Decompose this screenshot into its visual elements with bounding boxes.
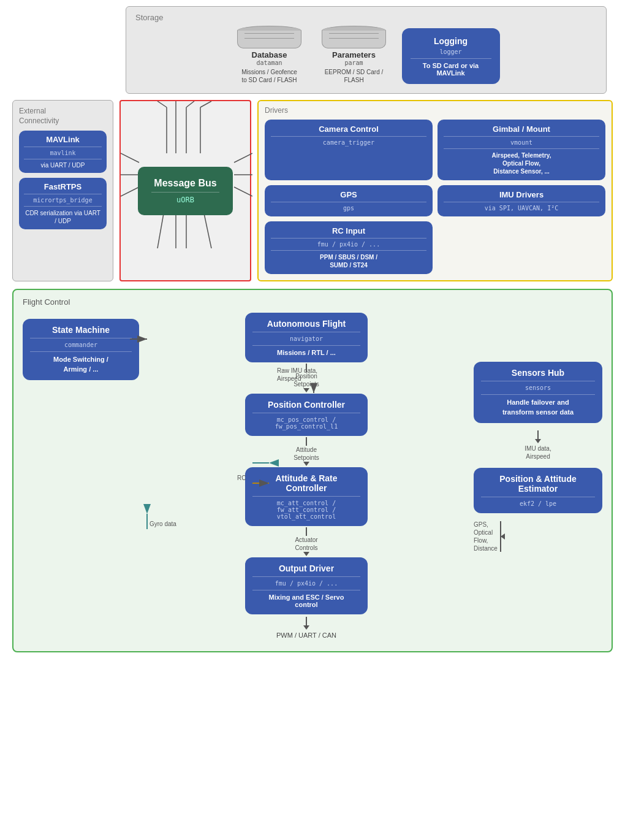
imu-drivers-box: IMU Drivers via SPI, UAVCAN, I²C — [438, 185, 605, 216]
output-driver-desc: Mixing and ESC / Servo control — [252, 594, 360, 608]
autonomous-flight-desc: Missions / RTL / ... — [252, 349, 360, 356]
mavlink-box: MAVLink mavlink via UART / UDP — [19, 131, 107, 173]
gps-box: GPS gps — [265, 185, 433, 216]
rc-input-desc: PPM / SBUS / DSM / SUMD / ST24 — [271, 253, 426, 269]
sensors-hub-box: Sensors Hub sensors Handle failover and … — [474, 362, 602, 423]
svg-line-15 — [234, 153, 252, 162]
output-driver-subtitle: fmu / px4io / ... — [252, 580, 360, 587]
logging-title: Logging — [411, 36, 491, 47]
pwm-label: PWM / UART / CAN — [276, 632, 336, 639]
drivers-label: Drivers — [265, 106, 605, 115]
autonomous-flight-title: Autonomous Flight — [252, 319, 360, 329]
fc-left-col: State Machine commander Mode Switching /… — [23, 313, 139, 380]
position-controller-title: Position Controller — [252, 400, 360, 410]
logging-subtitle: logger — [411, 48, 491, 55]
gimbal-title: Gimbal / Mount — [444, 124, 599, 134]
fastrtps-desc: CDR serialization via UART / UDP — [24, 209, 102, 225]
svg-line-12 — [121, 153, 139, 162]
parameters-title: Parameters — [332, 50, 376, 59]
autonomous-flight-subtitle: navigator — [252, 335, 360, 342]
gps-subtitle: gps — [271, 205, 426, 212]
state-machine-box: State Machine commander Mode Switching /… — [23, 319, 139, 380]
svg-line-17 — [234, 187, 252, 196]
message-bus-box: Message Bus uORB — [138, 167, 233, 215]
sensors-hub-desc: Handle failover and transform sensor dat… — [481, 398, 595, 417]
parameters-subtitle: param — [344, 59, 363, 66]
message-bus-subtitle: uORB — [151, 196, 219, 204]
message-bus-container: Message Bus uORB — [119, 100, 251, 281]
state-machine-subtitle: commander — [30, 342, 132, 348]
state-machine-desc: Mode Switching / Arming / ... — [30, 355, 132, 374]
gps-title: GPS — [271, 190, 426, 199]
autonomous-flight-box: Autonomous Flight navigator Missions / R… — [245, 313, 368, 362]
logging-desc: To SD Card or via MAVLink — [411, 62, 491, 77]
rc-input-box: RC Input fmu / px4io / ... PPM / SBUS / … — [265, 221, 433, 274]
fastrtps-subtitle: micrortps_bridge — [24, 197, 102, 204]
position-controller-box: Position Controller mc_pos_control / fw_… — [245, 394, 368, 436]
imu-subtitle: via SPI, UAVCAN, I²C — [444, 205, 599, 212]
database-desc: Missions / Geofence to SD Card / FLASH — [241, 68, 297, 84]
position-setpoints-label: Position Setpoints — [294, 372, 319, 388]
state-machine-title: State Machine — [30, 325, 132, 335]
mavlink-title: MAVLink — [24, 135, 102, 144]
position-attitude-subtitle: ekf2 / lpe — [481, 500, 595, 507]
gimbal-subtitle: vmount — [444, 139, 599, 146]
attitude-rate-title: Attitude & Rate Controller — [252, 473, 360, 493]
rc-input-title: RC Input — [271, 226, 426, 235]
position-attitude-estimator-box: Position & Attitude Estimator ekf2 / lpe — [474, 468, 602, 513]
parameters-desc: EEPROM / SD Card / FLASH — [325, 68, 384, 84]
ext-connectivity-section: External Connectivity MAVLink mavlink vi… — [12, 100, 113, 281]
sensors-hub-title: Sensors Hub — [481, 368, 595, 378]
database-subtitle: dataman — [256, 59, 282, 66]
camera-control-box: Camera Control camera_trigger — [265, 120, 433, 180]
fc-right-col: Sensors Hub sensors Handle failover and … — [474, 313, 602, 552]
database-cylinder: Database dataman Missions / Geofence to … — [233, 26, 306, 84]
gps-optical-label: GPS, Optical Flow, Distance — [474, 521, 498, 552]
storage-section: Storage Database dataman Missions / Geof… — [126, 6, 607, 94]
parameters-cylinder: Parameters param EEPROM / SD Card / FLAS… — [317, 26, 391, 84]
output-driver-box: Output Driver fmu / px4io / ... Mixing a… — [245, 557, 368, 614]
position-controller-subtitle: mc_pos_control / fw_pos_control_l1 — [252, 416, 360, 430]
ext-conn-label: External Connectivity — [19, 107, 107, 126]
logging-box: Logging logger To SD Card or via MAVLink — [402, 28, 500, 84]
storage-label: Storage — [135, 13, 597, 22]
imu-title: IMU Drivers — [444, 190, 599, 199]
imu-airspeed2-label: IMU data, Airspeed — [525, 445, 551, 460]
fc-center-col: Autonomous Flight navigator Missions / R… — [146, 313, 466, 639]
actuator-controls-label: Actuator Controls — [295, 536, 317, 552]
attitude-setpoints-label: Attitude Setpoints — [294, 446, 319, 462]
svg-line-14 — [121, 187, 139, 196]
attitude-rate-controller-box: Attitude & Rate Controller mc_att_contro… — [245, 467, 368, 526]
camera-control-subtitle: camera_trigger — [271, 139, 426, 146]
drivers-section: Drivers Camera Control camera_trigger Gi… — [257, 100, 613, 281]
svg-line-2 — [186, 101, 194, 107]
database-title: Database — [252, 50, 287, 59]
flight-control-label: Flight Control — [23, 297, 602, 307]
svg-line-0 — [157, 101, 167, 107]
message-bus-title: Message Bus — [151, 178, 219, 189]
gimbal-box: Gimbal / Mount vmount Airspeed, Telemetr… — [438, 120, 605, 180]
rc-input-subtitle: fmu / px4io / ... — [271, 241, 426, 248]
flight-control-section: Flight Control State Machine commander M… — [12, 289, 613, 652]
gimbal-desc: Airspeed, Telemetry, Optical Flow, Dista… — [444, 151, 599, 175]
camera-control-title: Camera Control — [271, 124, 426, 134]
fastrtps-box: FastRTPS micrortps_bridge CDR serializat… — [19, 178, 107, 229]
mid-row: External Connectivity MAVLink mavlink vi… — [12, 100, 613, 281]
mavlink-desc: via UART / UDP — [24, 162, 102, 169]
output-driver-title: Output Driver — [252, 563, 360, 573]
mavlink-subtitle: mavlink — [24, 150, 102, 156]
sensors-hub-subtitle: sensors — [481, 384, 595, 391]
position-attitude-title: Position & Attitude Estimator — [481, 474, 595, 494]
fastrtps-title: FastRTPS — [24, 182, 102, 191]
attitude-rate-subtitle: mc_att_control / fw_att_control / vtol_a… — [252, 500, 360, 520]
svg-line-3 — [200, 101, 211, 107]
